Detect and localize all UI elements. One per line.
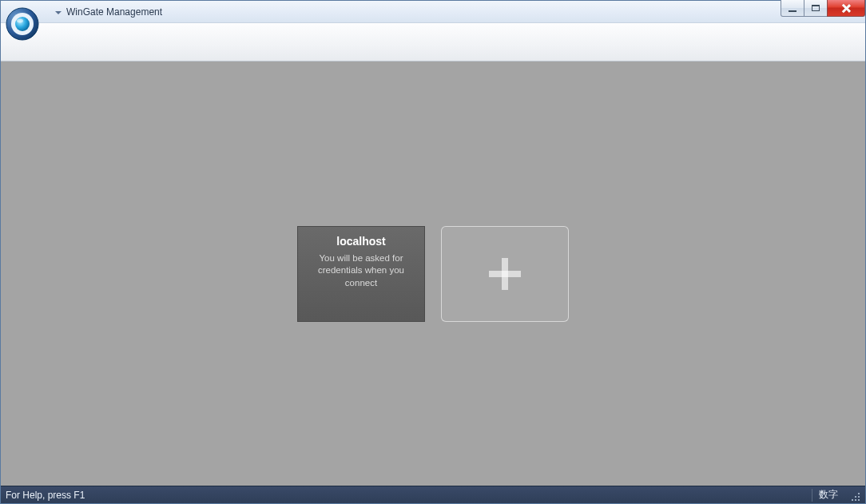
app-logo-icon[interactable] [6, 7, 39, 41]
close-icon [841, 4, 851, 12]
resize-grip[interactable] [848, 489, 860, 502]
toolbar [1, 23, 865, 62]
minimize-button[interactable] [781, 0, 804, 17]
status-help-text: For Help, press F1 [6, 490, 812, 501]
connection-tile-localhost[interactable]: localhost You will be asked for credenti… [297, 226, 425, 322]
connection-tile-description: You will be asked for credentials when y… [306, 252, 416, 290]
main-content: localhost You will be asked for credenti… [1, 62, 865, 486]
app-window: WinGate Management [0, 0, 866, 504]
svg-point-2 [15, 17, 30, 31]
title-dropdown-icon[interactable] [55, 11, 62, 14]
titlebar[interactable]: WinGate Management [1, 1, 865, 23]
plus-icon [489, 258, 521, 290]
status-indicator: 数字 [812, 489, 844, 502]
window-title: WinGate Management [66, 6, 162, 18]
window-controls [781, 0, 865, 17]
maximize-icon [812, 5, 820, 11]
minimize-icon [789, 10, 796, 12]
connection-tile-title: localhost [306, 235, 416, 248]
close-button[interactable] [827, 0, 865, 17]
statusbar: For Help, press F1 数字 [1, 486, 865, 503]
add-connection-tile[interactable] [441, 226, 569, 322]
maximize-button[interactable] [804, 0, 828, 17]
svg-point-3 [17, 19, 23, 23]
